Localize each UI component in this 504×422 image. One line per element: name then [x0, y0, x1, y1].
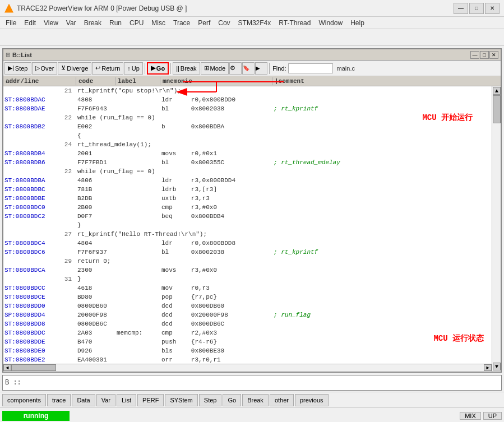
go-icon: ▶ — [151, 64, 155, 72]
filename-label: main.c — [334, 65, 358, 72]
tab-data[interactable]: Data — [72, 394, 95, 406]
menu-item-window[interactable]: Window — [315, 18, 346, 28]
step-button[interactable]: ▶| ▶| Step Step — [4, 62, 31, 75]
code-line: ST:0800BDE0 D926 bls 0x800BE30 — [3, 346, 492, 355]
app-icon — [4, 4, 13, 13]
code-line: ST:0800BDDE B470 push {r4-r6} — [3, 337, 492, 346]
code-line: ST:0800BDB6 F7F7FBD1 bl 0x800355C ; rt_t… — [3, 158, 492, 167]
menu-item-run[interactable]: Run — [106, 18, 125, 28]
code-line: ST:0800BDB2 E002 b 0x800BDBA — [3, 122, 492, 131]
menu-item-rt-thread[interactable]: RT-Thread — [275, 18, 314, 28]
break-button[interactable]: || Break — [173, 62, 200, 75]
mode-button[interactable]: ⊞ Mode — [201, 62, 229, 75]
blist-titlebar: ⊞ B::List — □ ✕ — [3, 49, 501, 61]
scrollbar-vertical[interactable]: ▲ ▼ — [492, 86, 501, 372]
code-line: 24 rt_thread_mdelay(1); — [3, 140, 492, 149]
title-bar-controls[interactable]: — □ ✕ — [454, 3, 500, 14]
menu-item-break[interactable]: Break — [81, 18, 105, 28]
settings-icon-btn[interactable]: ⚙ — [229, 62, 242, 75]
tab-components[interactable]: components — [2, 394, 46, 406]
scrollbar-horizontal[interactable]: ◄ ► — [3, 364, 492, 372]
minimize-button[interactable]: — — [454, 3, 468, 14]
bookmark-btn[interactable]: 🔖 — [242, 62, 255, 75]
blist-minimize-btn[interactable]: — — [470, 51, 479, 59]
menu-item-cov[interactable]: Cov — [215, 18, 233, 28]
code-line: ST:0800BDBC 781B ldrb r3,[r3] — [3, 185, 492, 194]
blist-title: B::List — [12, 52, 32, 58]
menu-item-misc[interactable]: Misc — [148, 18, 169, 28]
blist-controls[interactable]: — □ ✕ — [470, 51, 498, 59]
status-bar: running MIX UP — [0, 407, 504, 422]
step-icon: ▶| — [8, 64, 14, 72]
diverge-icon: ⊻ — [61, 64, 66, 72]
over-icon: ▷ — [35, 64, 40, 72]
menu-bar: FileEditViewVarBreakRunCPUMiscTracePerfC… — [0, 17, 504, 29]
tab-list[interactable]: List — [117, 394, 136, 406]
cmd-prompt: B :: — [5, 379, 21, 387]
tab-trace[interactable]: trace — [47, 394, 71, 406]
title-bar: TRACE32 PowerView for ARM 0 [Power Debug… — [0, 0, 504, 17]
scrollbar-left-arrow[interactable]: ◄ — [3, 364, 11, 371]
blist-close-btn[interactable]: ✕ — [489, 51, 498, 59]
arrow-btn[interactable]: ▶ — [255, 62, 267, 75]
mix-label: MIX — [460, 412, 481, 420]
tab-perf[interactable]: PERF — [137, 394, 164, 406]
scrollbar-thumb[interactable] — [493, 95, 501, 123]
col-header-label: label — [115, 77, 160, 85]
code-line: ST:0800BDE2 EA400301 orr r3,r0,r1 — [3, 355, 492, 364]
code-line: ST:0800BDDC 2A03 memcmp: cmp r2,#0x3 — [3, 328, 492, 337]
tab-other[interactable]: other — [270, 394, 294, 406]
tab-break[interactable]: Break — [242, 394, 269, 406]
menu-item-edit[interactable]: Edit — [21, 18, 39, 28]
over-button[interactable]: ▷ Over — [32, 62, 58, 75]
menu-item-file[interactable]: File — [2, 18, 20, 28]
running-badge: running — [2, 411, 70, 421]
menu-item-perf[interactable]: Perf — [195, 18, 214, 28]
code-line: 22 while (run_flag == 0) — [3, 167, 492, 176]
code-content[interactable]: 21 rt_kprintf("cpu stop!\r\n"); ST:0800B… — [3, 86, 501, 372]
title-bar-left: TRACE32 PowerView for ARM 0 [Power Debug… — [4, 4, 187, 13]
code-view: addr/line code label mnemonic |comment 2… — [3, 76, 501, 372]
scrollbar-h-thumb[interactable] — [11, 364, 56, 371]
code-line: ST:0800BDAE F7F6F943 bl 0x8002038 ; rt_k… — [3, 104, 492, 113]
return-button[interactable]: ↩ Return — [92, 62, 123, 75]
up-button[interactable]: ↑ Up — [124, 62, 143, 75]
blist-maximize-btn[interactable]: □ — [480, 51, 489, 59]
code-line: { — [3, 131, 492, 140]
mode-icon: ⊞ — [204, 64, 209, 72]
break-icon: || — [176, 65, 179, 72]
blist-window: ⊞ B::List — □ ✕ ▶| ▶| Step Step ▷ Over ⊻ — [2, 48, 502, 373]
scrollbar-down-arrow[interactable]: ▼ — [493, 363, 501, 370]
col-header-code: code — [76, 77, 115, 85]
cmd-area[interactable]: B :: — [2, 375, 502, 391]
menu-item-stm32f4x[interactable]: STM32F4x — [235, 18, 275, 28]
go-button[interactable]: ▶ Go — [147, 62, 169, 75]
code-line: ST:0800BDB4 2001 movs r0,#0x1 — [3, 149, 492, 158]
tab-var[interactable]: Var — [96, 394, 115, 406]
main-toolbar — [0, 29, 504, 46]
code-line: ST:0800BDAC 4808 ldr r0,0x800BDD0 — [3, 95, 492, 104]
menu-item-var[interactable]: Var — [63, 18, 80, 28]
close-button[interactable]: ✕ — [485, 3, 500, 14]
scrollbar-right-arrow[interactable]: ► — [484, 364, 492, 371]
tab-step[interactable]: Step — [199, 394, 222, 406]
code-line: 27 rt_kprintf("Hello RT-Thread!\r\n"); — [3, 230, 492, 239]
menu-item-trace[interactable]: Trace — [170, 18, 193, 28]
code-line: 22 while (run_flag == 0) — [3, 113, 492, 122]
menu-item-cpu[interactable]: CPU — [126, 18, 147, 28]
code-line: ST:0800BDC0 2B00 cmp r3,#0x0 — [3, 203, 492, 212]
menu-item-help[interactable]: Help — [347, 18, 368, 28]
maximize-button[interactable]: □ — [469, 3, 484, 14]
menu-item-view[interactable]: View — [40, 18, 62, 28]
scrollbar-up-arrow[interactable]: ▲ — [493, 87, 501, 95]
code-line: 21 rt_kprintf("cpu stop!\r\n"); — [3, 86, 492, 95]
find-input[interactable] — [288, 63, 333, 73]
tab-system[interactable]: SYStem — [165, 394, 197, 406]
find-label: Find: — [271, 65, 287, 72]
diverge-button[interactable]: ⊻ Diverge — [58, 62, 91, 75]
tab-previous[interactable]: previous — [295, 394, 329, 406]
tab-go[interactable]: Go — [223, 394, 241, 406]
code-line: ST:0800BDBA 4806 ldr r3,0x800BDD4 — [3, 176, 492, 185]
code-line: ST:0800BDCE BD80 pop {r7,pc} — [3, 293, 492, 302]
col-header-comment: |comment — [272, 77, 501, 85]
